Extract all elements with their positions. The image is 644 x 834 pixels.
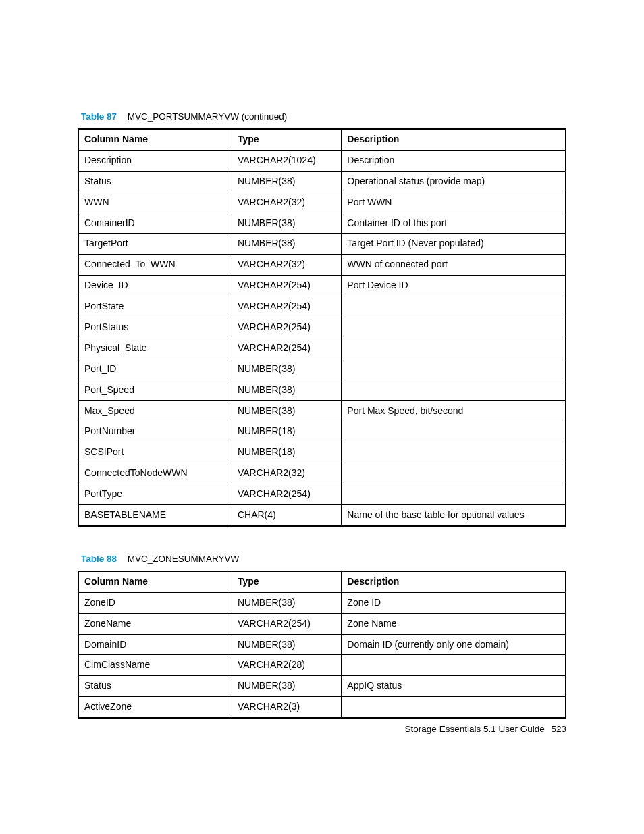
header-type: Type [232,129,341,150]
cell-column-name: Status [78,171,232,192]
cell-description [342,484,566,505]
cell-column-name: Connected_To_WWN [78,255,232,276]
cell-description [342,338,566,359]
table-row: CimClassNameVARCHAR2(28) [78,655,566,676]
cell-description [342,442,566,463]
table-row: Device_IDVARCHAR2(254)Port Device ID [78,276,566,296]
cell-type: NUMBER(38) [232,359,341,380]
cell-type: NUMBER(38) [232,380,341,400]
table-87-label: Table 87 [81,111,117,122]
cell-column-name: PortNumber [78,421,232,442]
cell-type: CHAR(4) [232,505,341,526]
cell-description: Zone Name [342,613,566,634]
cell-description [342,697,566,718]
table-row: ConnectedToNodeWWNVARCHAR2(32) [78,463,566,484]
cell-column-name: CimClassName [78,655,232,676]
cell-column-name: Description [78,150,232,171]
cell-description: Operational status (provide map) [342,171,566,192]
cell-type: VARCHAR2(32) [232,192,341,213]
cell-column-name: ContainerID [78,213,232,234]
cell-column-name: BASETABLENAME [78,505,232,526]
table-87-body: DescriptionVARCHAR2(1024)DescriptionStat… [78,150,566,526]
cell-type: VARCHAR2(32) [232,255,341,276]
table-row: ActiveZoneVARCHAR2(3) [78,697,566,718]
cell-type: VARCHAR2(254) [232,338,341,359]
cell-description [342,359,566,380]
cell-description [342,463,566,484]
table-header-row: Column Name Type Description [78,129,566,150]
cell-description: Container ID of this port [342,213,566,234]
cell-description: Port WWN [342,192,566,213]
cell-type: VARCHAR2(254) [232,296,341,317]
cell-type: VARCHAR2(254) [232,317,341,338]
table-row: Connected_To_WWNVARCHAR2(32)WWN of conne… [78,255,566,276]
cell-description: AppIQ status [342,676,566,697]
cell-description: WWN of connected port [342,255,566,276]
table-88-caption: Table 88 MVC_ZONESUMMARYVW [78,554,566,564]
table-row: Port_SpeedNUMBER(38) [78,380,566,400]
cell-column-name: SCSIPort [78,442,232,463]
cell-description [342,317,566,338]
table-row: ZoneNameVARCHAR2(254)Zone Name [78,613,566,634]
table-row: Port_IDNUMBER(38) [78,359,566,380]
cell-type: NUMBER(38) [232,213,341,234]
cell-type: VARCHAR2(28) [232,655,341,676]
cell-description: Target Port ID (Never populated) [342,234,566,255]
cell-column-name: Physical_State [78,338,232,359]
cell-column-name: ZoneName [78,613,232,634]
cell-column-name: WWN [78,192,232,213]
table-row: PortNumberNUMBER(18) [78,421,566,442]
cell-column-name: ZoneID [78,592,232,613]
header-type: Type [232,571,341,592]
cell-description [342,655,566,676]
table-88: Column Name Type Description ZoneIDNUMBE… [78,571,566,719]
cell-description: Port Max Speed, bit/second [342,400,566,421]
cell-description: Zone ID [342,592,566,613]
footer-page-number: 523 [551,724,566,734]
table-row: ContainerIDNUMBER(38)Container ID of thi… [78,213,566,234]
cell-description [342,380,566,400]
cell-description [342,296,566,317]
table-row: PortStateVARCHAR2(254) [78,296,566,317]
cell-type: VARCHAR2(254) [232,276,341,296]
cell-type: NUMBER(38) [232,634,341,655]
cell-column-name: PortStatus [78,317,232,338]
cell-type: VARCHAR2(254) [232,613,341,634]
cell-column-name: Port_Speed [78,380,232,400]
table-88-body: ZoneIDNUMBER(38)Zone IDZoneNameVARCHAR2(… [78,592,566,718]
table-row: StatusNUMBER(38)AppIQ status [78,676,566,697]
table-row: Max_SpeedNUMBER(38)Port Max Speed, bit/s… [78,400,566,421]
cell-column-name: Device_ID [78,276,232,296]
cell-description: Name of the base table for optional valu… [342,505,566,526]
cell-column-name: Port_ID [78,359,232,380]
table-row: PortTypeVARCHAR2(254) [78,484,566,505]
table-row: ZoneIDNUMBER(38)Zone ID [78,592,566,613]
cell-column-name: TargetPort [78,234,232,255]
table-87-title: MVC_PORTSUMMARYVW (continued) [128,111,288,122]
cell-type: NUMBER(38) [232,171,341,192]
table-row: WWNVARCHAR2(32)Port WWN [78,192,566,213]
header-column-name: Column Name [78,129,232,150]
table-88-title: MVC_ZONESUMMARYVW [128,554,240,564]
cell-column-name: Status [78,676,232,697]
page-container: Table 87 MVC_PORTSUMMARYVW (continued) C… [0,0,644,834]
cell-column-name: ConnectedToNodeWWN [78,463,232,484]
table-row: DescriptionVARCHAR2(1024)Description [78,150,566,171]
page-footer: Storage Essentials 5.1 User Guide 523 [405,724,566,734]
table-row: TargetPortNUMBER(38)Target Port ID (Neve… [78,234,566,255]
cell-type: VARCHAR2(32) [232,463,341,484]
cell-description: Description [342,150,566,171]
cell-description: Domain ID (currently only one domain) [342,634,566,655]
table-87: Column Name Type Description Description… [78,128,566,527]
cell-type: NUMBER(38) [232,592,341,613]
cell-column-name: PortState [78,296,232,317]
table-row: StatusNUMBER(38)Operational status (prov… [78,171,566,192]
cell-type: VARCHAR2(1024) [232,150,341,171]
cell-type: VARCHAR2(254) [232,484,341,505]
cell-description [342,421,566,442]
cell-column-name: ActiveZone [78,697,232,718]
header-column-name: Column Name [78,571,232,592]
cell-column-name: Max_Speed [78,400,232,421]
table-row: DomainIDNUMBER(38)Domain ID (currently o… [78,634,566,655]
cell-type: NUMBER(38) [232,676,341,697]
